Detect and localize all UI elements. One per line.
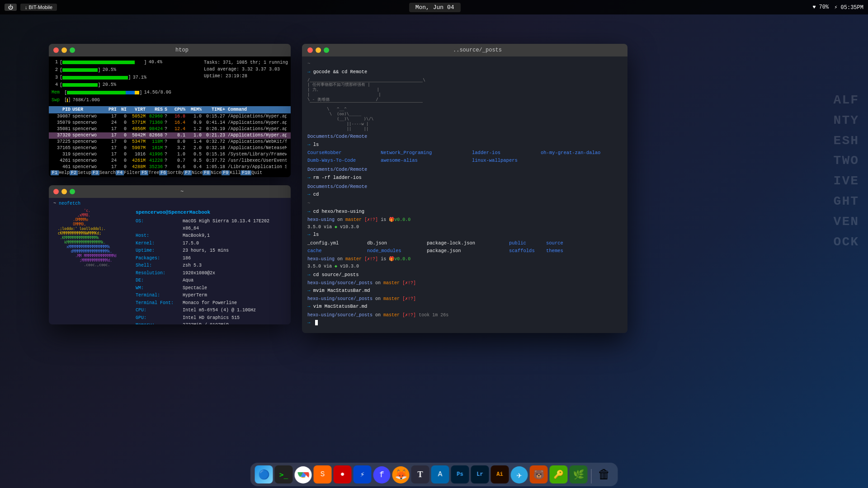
ps-icon: Ps <box>457 471 463 478</box>
neofetch-titlebar: ~ <box>49 185 291 198</box>
app6-icon: 🌿 <box>573 469 584 480</box>
close-button[interactable] <box>53 47 59 53</box>
minimize-button[interactable] <box>61 47 67 53</box>
time-text: ⚡ 05:35PM <box>834 5 863 11</box>
enpass-icon: 🔑 <box>554 469 564 479</box>
close-button-neofetch[interactable] <box>53 189 59 194</box>
ls-output-2: Dumb-Ways-To-Code awesome-alias linux-wa… <box>307 157 622 164</box>
dock-trash[interactable]: 🗑 <box>595 465 613 483</box>
app2-icon: ● <box>340 470 345 479</box>
htop-title: htop <box>78 47 286 53</box>
dock-chrome[interactable] <box>295 466 312 483</box>
maximize-button-code[interactable] <box>324 47 329 53</box>
table-row: 35081 spencerwo 17 0 4956M 98424 ? 12.4 … <box>49 126 291 132</box>
dock-typora[interactable]: T <box>411 465 429 483</box>
close-button-code[interactable] <box>307 47 313 53</box>
htop-window: htop 1 [ ] 40.4% 2 [ ] 20.5% <box>49 44 291 177</box>
dock-app4[interactable]: f <box>373 466 391 483</box>
ls-cmd1: → ls <box>307 141 622 148</box>
ascii-art: /\ | 任何事物都不如习惯那样强有 | | 力。 | | | \ - 奥维德 … <box>307 78 622 131</box>
terminal-font-key: Terminal Font: <box>136 300 181 307</box>
git-prompt-1: hexo-using on master [✗!?] is 🎁v0.0.0 <box>307 217 622 223</box>
cpu-key: CPU: <box>136 307 181 314</box>
git-prompt-5: hexo-using/source/_posts on master [✗!?]… <box>307 312 622 319</box>
dock-telegram[interactable]: ✈ <box>511 466 528 483</box>
resolution-key: Resolution: <box>136 270 181 277</box>
f1-help[interactable]: F1Help <box>51 170 70 176</box>
table-row: 319 spencerwo 17 0 1016 41996 ? 1.0 0.5 … <box>49 151 291 158</box>
git-prompt-2: hexo-using on master [✗!?] is 🎁v0.0.0 <box>307 256 622 263</box>
table-row: 4261 spencerwo 24 0 4261M 41228 ? 0.7 0.… <box>49 158 291 164</box>
git-prompt-4: hexo-using/source/_posts on master [✗!?] <box>307 296 622 302</box>
process-list: 39087 spencerwo 17 0 5052M 82960 ? 16.8 … <box>49 113 291 177</box>
menubar-right: ♥ 70% ⚡ 05:35PM <box>812 4 863 11</box>
f2-setup[interactable]: F2Setup <box>70 170 91 176</box>
f4-filter[interactable]: F4Filter <box>116 170 140 176</box>
htop-titlebar: htop <box>49 44 291 56</box>
code-terminal-body[interactable]: ~ → gocode && cd Remote /\ | 任何事物都不如习惯那样… <box>302 56 627 333</box>
wm-key: WM: <box>136 285 181 292</box>
date-text: Mon, Jun 04 <box>415 4 454 11</box>
ls-output-3: _config.yml db.json package-lock.json pu… <box>307 239 622 247</box>
chrome-icon <box>297 469 310 481</box>
de-value: Aqua <box>183 277 193 284</box>
f8-nice[interactable]: F8Nice <box>203 170 222 176</box>
os-key: OS: <box>136 218 181 232</box>
minimize-button-neofetch[interactable] <box>61 189 67 194</box>
code-titlebar: ..source/_posts <box>302 44 627 56</box>
finder-icon: 🔵 <box>258 469 269 480</box>
dock-ps[interactable]: Ps <box>451 465 469 483</box>
minimize-button-code[interactable] <box>316 47 321 53</box>
shell-value: zsh 5.3 <box>183 262 202 269</box>
ls-output-1: CourseRobber Network_Programing ladder-i… <box>307 149 622 156</box>
table-row: 39087 spencerwo 17 0 5052M 82960 ? 16.8 … <box>49 113 291 120</box>
time-display: ⚡ 05:35PM <box>834 4 863 11</box>
f9-kill[interactable]: F9Kill <box>222 170 241 176</box>
dock-ai[interactable]: Ai <box>491 465 509 483</box>
dock-bear[interactable]: 🐻 <box>530 465 548 483</box>
neofetch-body[interactable]: ~ neofetch 'c. ,xMM8. .OMMMMo OMMM0, .;l… <box>49 198 291 324</box>
dock-terminal[interactable]: >_ <box>275 465 293 483</box>
dock-enpass[interactable]: 🔑 <box>550 465 568 483</box>
maximize-button[interactable] <box>70 47 75 53</box>
neofetch-window: ~ ~ neofetch 'c. ,xMM8. .OMMMMo OMMM0, .… <box>49 185 291 324</box>
bear-icon: 🐻 <box>533 469 544 480</box>
telegram-icon: ✈ <box>516 469 522 481</box>
f5-tree[interactable]: F5Tree <box>140 170 159 176</box>
cd-source-cmd: → cd source/_posts <box>307 271 622 278</box>
cwd-remote-2: Documents/Code/Remote <box>307 166 622 173</box>
dock-lr[interactable]: Lr <box>471 465 489 483</box>
cwd-remote: Documents/Code/Remote <box>307 133 622 140</box>
datetime-display: Mon, Jun 04 <box>409 3 461 12</box>
f7-nice[interactable]: F7Nice <box>184 170 203 176</box>
de-key: DE: <box>136 277 181 284</box>
app4-icon: f <box>379 470 384 479</box>
power-button[interactable]: ⏻ <box>5 4 17 11</box>
table-row: 37320 spencerwo 17 0 5042M 82668 ? 8.1 1… <box>49 132 291 139</box>
htop-body[interactable]: 1 [ ] 40.4% 2 [ ] 20.5% 3 [ <box>49 56 291 177</box>
terminal-value: HyperTerm <box>183 292 207 299</box>
maximize-button-neofetch[interactable] <box>70 189 75 194</box>
f3-search[interactable]: F3Search <box>91 170 116 176</box>
via-1: 3.5.0 via ◆ v10.3.0 <box>307 224 622 231</box>
neofetch-prompt: ~ neofetch <box>53 201 286 207</box>
kernel-key: Kernel: <box>136 240 181 247</box>
dock-app6[interactable]: 🌿 <box>570 465 588 483</box>
firefox-icon: 🦊 <box>395 469 407 481</box>
dock-firefox[interactable]: 🦊 <box>392 466 410 483</box>
dock-app1[interactable]: S <box>314 465 332 483</box>
bit-mobile-button[interactable]: ↓ BIT-Mobile <box>20 4 57 11</box>
dock-finder[interactable]: 🔵 <box>255 465 273 483</box>
dock-app3[interactable]: ⚡ <box>354 465 372 483</box>
menubar-center: Mon, Jun 04 <box>409 3 461 12</box>
dock-app2[interactable]: ● <box>334 465 352 483</box>
f6-sortby[interactable]: F6SortBy <box>159 170 184 176</box>
uptime-value: 23 hours, 15 mins <box>183 247 229 254</box>
f10-quit[interactable]: F10Quit <box>241 170 262 176</box>
tilde: ~ <box>307 200 622 207</box>
host-value: MacBook9,1 <box>183 232 210 239</box>
gocode-prompt: ~ <box>307 60 622 67</box>
lr-icon: Lr <box>476 471 483 478</box>
rm-cmd: → rm -rf ladder-ios <box>307 174 622 181</box>
dock-app5[interactable]: A <box>431 465 449 483</box>
